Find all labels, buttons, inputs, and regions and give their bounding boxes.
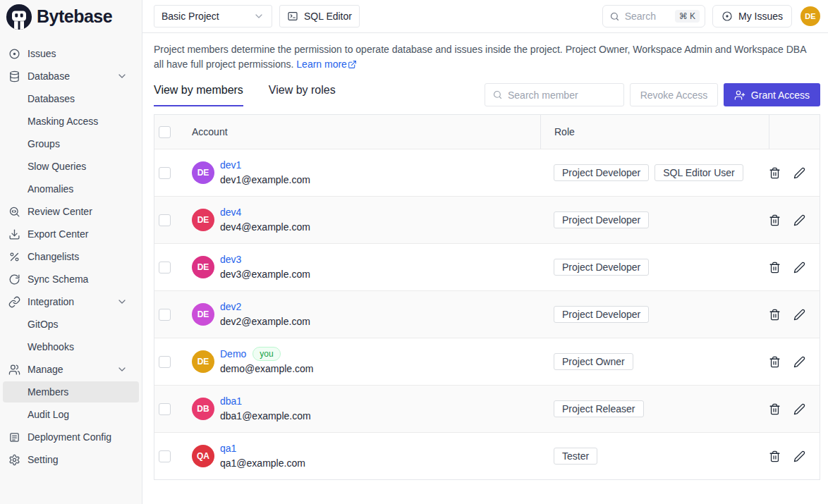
database-icon — [8, 70, 20, 82]
members-page: Project members determine the permission… — [142, 33, 828, 504]
table-row: DE dev2 dev2@example.com Project Develop… — [154, 290, 820, 338]
select-all-checkbox[interactable] — [159, 126, 171, 138]
search-icon — [609, 11, 620, 22]
role-badge: Project Owner — [554, 353, 633, 370]
row-checkbox[interactable] — [159, 450, 171, 462]
avatar: DE — [192, 161, 214, 184]
chevron-down-icon — [116, 364, 128, 375]
row-checkbox[interactable] — [159, 262, 171, 273]
row-checkbox[interactable] — [159, 356, 171, 368]
sidebar-item-audit-log[interactable]: Audit Log — [3, 404, 139, 425]
chevron-down-icon — [253, 11, 264, 22]
edit-member-button[interactable] — [793, 167, 805, 179]
terminal-square-icon — [287, 11, 298, 22]
sidebar: Issues Database Databases Masking Access… — [0, 33, 142, 504]
trash-icon — [769, 214, 781, 226]
member-email: dev1@example.com — [220, 173, 310, 188]
sidebar-item-manage[interactable]: Manage — [3, 359, 139, 380]
edit-member-button[interactable] — [793, 403, 805, 415]
row-checkbox[interactable] — [159, 309, 171, 321]
global-search[interactable]: Search ⌘ K — [602, 5, 705, 27]
sidebar-item-groups[interactable]: Groups — [3, 133, 139, 154]
role-badge: SQL Editor User — [655, 164, 743, 181]
delete-member-button[interactable] — [769, 167, 781, 179]
trash-icon — [769, 356, 781, 368]
sidebar-item-databases[interactable]: Databases — [3, 88, 139, 109]
sidebar-item-issues[interactable]: Issues — [3, 43, 139, 64]
delete-member-button[interactable] — [769, 403, 781, 415]
sidebar-item-deployment-config[interactable]: Deployment Config — [3, 426, 139, 448]
page-description: Project members determine the permission… — [142, 33, 820, 72]
edit-member-button[interactable] — [793, 262, 805, 273]
column-header-actions — [769, 115, 820, 149]
user-avatar[interactable]: DE — [800, 6, 820, 26]
member-name-link[interactable]: dev1 — [220, 159, 241, 171]
member-name-link[interactable]: dev2 — [220, 301, 241, 312]
trash-icon — [769, 309, 781, 321]
sidebar-item-webhooks[interactable]: Webhooks — [3, 336, 139, 357]
gear-icon — [8, 454, 20, 466]
sidebar-item-setting[interactable]: Setting — [3, 449, 139, 470]
member-name-link[interactable]: dev3 — [220, 254, 241, 265]
member-search-box[interactable] — [485, 83, 624, 106]
table-row: DE dev1 dev1@example.com Project Develop… — [154, 149, 820, 196]
sql-editor-button[interactable]: SQL Editor — [279, 5, 360, 27]
external-link-icon — [348, 60, 357, 69]
pencil-icon — [793, 214, 805, 226]
sidebar-item-sync-schema[interactable]: Sync Schema — [3, 269, 139, 290]
edit-member-button[interactable] — [793, 450, 805, 462]
member-name-link[interactable]: dba1 — [220, 395, 242, 407]
delete-member-button[interactable] — [769, 450, 781, 462]
trash-icon — [769, 450, 781, 462]
delete-member-button[interactable] — [769, 309, 781, 321]
logo[interactable]: Bytebase — [0, 0, 142, 33]
refresh-icon — [8, 273, 20, 285]
revoke-access-button[interactable]: Revoke Access — [630, 83, 718, 106]
sidebar-item-members[interactable]: Members — [3, 381, 139, 402]
delete-member-button[interactable] — [769, 214, 781, 226]
sidebar-item-integration[interactable]: Integration — [3, 291, 139, 312]
member-email: dev2@example.com — [220, 314, 310, 329]
tab-view-by-roles[interactable]: View by roles — [269, 84, 336, 106]
delete-member-button[interactable] — [769, 262, 781, 273]
edit-member-button[interactable] — [793, 356, 805, 368]
tab-view-by-members[interactable]: View by members — [154, 84, 243, 106]
edit-member-button[interactable] — [793, 309, 805, 321]
sidebar-item-database[interactable]: Database — [3, 66, 139, 87]
edit-member-button[interactable] — [793, 214, 805, 226]
circle-dot-icon — [8, 48, 20, 60]
my-issues-button[interactable]: My Issues — [712, 5, 792, 27]
role-badge: Project Releaser — [554, 400, 644, 417]
sidebar-item-slow-queries[interactable]: Slow Queries — [3, 156, 139, 177]
sidebar-item-anomalies[interactable]: Anomalies — [3, 178, 139, 199]
row-checkbox[interactable] — [159, 167, 171, 179]
member-email: dev3@example.com — [220, 267, 310, 282]
member-name-link[interactable]: qa1 — [220, 443, 236, 454]
pencil-icon — [793, 403, 805, 415]
role-badge: Project Developer — [554, 164, 649, 181]
sidebar-item-review-center[interactable]: Review Center — [3, 201, 139, 222]
learn-more-link[interactable]: Learn more — [296, 57, 357, 72]
members-table: Account Role DE dev1 dev1@example.com — [154, 114, 820, 480]
sidebar-item-changelists[interactable]: Changelists — [3, 246, 139, 267]
row-checkbox[interactable] — [159, 214, 171, 226]
member-email: dba1@example.com — [220, 409, 311, 424]
delete-member-button[interactable] — [769, 356, 781, 368]
toolbar: View by members View by roles Revoke Acc… — [142, 72, 828, 106]
table-row: DE dev4 dev4@example.com Project Develop… — [154, 196, 820, 243]
role-badge: Project Developer — [554, 306, 649, 323]
project-selector[interactable]: Basic Project — [154, 5, 272, 27]
grant-access-button[interactable]: Grant Access — [724, 83, 820, 106]
member-name-link[interactable]: Demo — [220, 348, 246, 359]
row-checkbox[interactable] — [159, 403, 171, 415]
avatar: DE — [192, 350, 214, 373]
member-email: qa1@example.com — [220, 456, 305, 471]
sidebar-item-export-center[interactable]: Export Center — [3, 223, 139, 245]
member-name-link[interactable]: dev4 — [220, 207, 241, 218]
sidebar-item-masking-access[interactable]: Masking Access — [3, 111, 139, 132]
role-badge: Project Developer — [554, 211, 649, 228]
pencil-icon — [793, 356, 805, 368]
avatar: DE — [192, 209, 214, 231]
member-search-input[interactable] — [508, 90, 607, 101]
sidebar-item-gitops[interactable]: GitOps — [3, 314, 139, 335]
